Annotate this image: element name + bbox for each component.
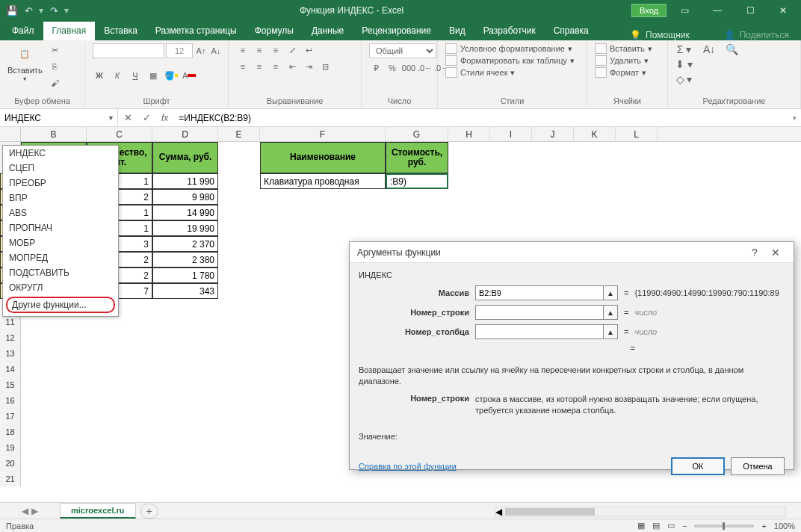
sort-filter-icon[interactable]: A↓ — [703, 43, 715, 55]
indent-dec-icon[interactable]: ⇤ — [285, 60, 299, 73]
collapse-icon[interactable]: ▲ — [603, 324, 618, 339]
function-list-item[interactable]: ПОДСТАВИТЬ — [3, 265, 118, 280]
align-top-icon[interactable]: ≡ — [236, 43, 250, 57]
column-header[interactable]: J — [532, 127, 574, 141]
share-button[interactable]: Поделиться — [740, 30, 789, 40]
close-icon[interactable]: ✕ — [768, 0, 798, 21]
tab-file[interactable]: Файл — [3, 22, 43, 40]
column-header[interactable]: F — [260, 127, 386, 141]
insert-cells-button[interactable]: Вставить ▾ — [595, 43, 652, 54]
fx-icon[interactable]: fx — [161, 113, 168, 123]
new-sheet-button[interactable]: + — [140, 504, 158, 519]
function-list-item[interactable]: ИНДЕКС — [3, 146, 118, 161]
paste-button[interactable]: 📋 Вставить ▼ — [7, 43, 43, 81]
function-list-item[interactable]: ПРОПНАЧ — [3, 220, 118, 235]
row-header[interactable]: 20 — [0, 456, 20, 471]
format-painter-icon[interactable]: 🖌 — [49, 76, 62, 90]
select-all-corner[interactable] — [0, 127, 21, 141]
row-header[interactable]: 11 — [0, 315, 20, 330]
ribbon-display-icon[interactable]: ▭ — [669, 0, 699, 21]
format-as-table-button[interactable]: Форматировать как таблицу ▾ — [445, 55, 575, 66]
column-header[interactable]: B — [21, 127, 87, 141]
function-list-item[interactable]: СЦЕП — [3, 161, 118, 176]
expand-formula-icon[interactable]: ▾ — [788, 109, 801, 126]
tell-me[interactable]: Помощник — [646, 30, 690, 40]
cell[interactable]: 9 980 — [152, 189, 218, 205]
cell[interactable]: 14 990 — [152, 205, 218, 220]
autosum-icon[interactable]: Σ ▾ — [677, 43, 692, 55]
cell[interactable]: 2 380 — [152, 252, 218, 267]
function-list-item[interactable]: МОБР — [3, 235, 118, 250]
align-center-icon[interactable]: ≡ — [253, 60, 266, 73]
row-header[interactable]: 19 — [0, 440, 20, 456]
minimize-icon[interactable]: — — [702, 0, 732, 21]
decrease-font-icon[interactable]: A↓ — [209, 44, 223, 58]
align-bottom-icon[interactable]: ≡ — [269, 43, 282, 57]
sheet-nav[interactable]: ◀ ▶ — [0, 506, 60, 516]
column-header[interactable]: G — [386, 127, 448, 141]
view-page-icon[interactable]: ▤ — [652, 521, 660, 531]
zoom-out-icon[interactable]: − — [682, 522, 687, 531]
ok-button[interactable]: ОК — [671, 457, 725, 475]
arg-row-input[interactable] — [475, 305, 604, 320]
italic-button[interactable]: К — [111, 69, 124, 82]
format-cells-button[interactable]: Формат ▾ — [595, 67, 652, 78]
row-header[interactable]: 15 — [0, 377, 20, 393]
column-header[interactable]: H — [448, 127, 490, 141]
increase-font-icon[interactable]: A↑ — [194, 44, 208, 58]
row-header[interactable]: 18 — [0, 424, 20, 440]
bold-button[interactable]: Ж — [93, 69, 106, 82]
cut-icon[interactable]: ✂ — [49, 43, 62, 57]
dialog-help-link[interactable]: Справка по этой функции — [359, 462, 457, 471]
arg-col-input[interactable] — [475, 324, 604, 339]
column-header[interactable]: K — [574, 127, 616, 141]
dialog-titlebar[interactable]: Аргументы функции ? ✕ — [350, 242, 794, 263]
qat-dropdown[interactable]: ▾ — [64, 5, 69, 16]
comma-icon[interactable]: 000 — [402, 61, 415, 75]
enter-formula-icon[interactable]: ✓ — [143, 112, 151, 123]
copy-icon[interactable]: ⎘ — [49, 60, 62, 73]
fill-icon[interactable]: ⬇ ▾ — [675, 58, 693, 70]
tab-insert[interactable]: Вставка — [95, 22, 146, 40]
merge-icon[interactable]: ⊟ — [318, 60, 332, 73]
align-right-icon[interactable]: ≡ — [269, 60, 282, 73]
row-header[interactable]: 16 — [0, 393, 20, 409]
font-name-input[interactable] — [93, 43, 164, 58]
cancel-button[interactable]: Отмена — [731, 457, 785, 475]
row-header[interactable]: 17 — [0, 409, 20, 424]
cell[interactable]: 2 370 — [152, 236, 218, 252]
column-header[interactable]: D — [152, 127, 218, 141]
cell[interactable]: Стоимость, руб. — [386, 142, 448, 173]
column-header[interactable]: C — [87, 127, 152, 141]
tab-formulas[interactable]: Формулы — [246, 22, 303, 40]
tab-home[interactable]: Главная — [43, 22, 96, 40]
delete-cells-button[interactable]: Удалить ▾ — [595, 55, 652, 66]
view-normal-icon[interactable]: ▦ — [637, 521, 645, 531]
row-header[interactable]: 12 — [0, 330, 20, 346]
cell[interactable]: 19 990 — [152, 220, 218, 236]
indent-inc-icon[interactable]: ⇥ — [302, 60, 315, 73]
tab-help[interactable]: Справка — [545, 22, 598, 40]
horizontal-scrollbar[interactable]: ◀ — [495, 507, 786, 517]
tab-view[interactable]: Вид — [440, 22, 474, 40]
align-middle-icon[interactable]: ≡ — [253, 43, 266, 57]
orientation-icon[interactable]: ⤢ — [285, 43, 299, 57]
function-list-item[interactable]: МОПРЕД — [3, 250, 118, 265]
cell[interactable]: Клавиатура проводная — [260, 173, 386, 189]
cell[interactable]: Сумма, руб. — [152, 142, 218, 173]
arg-array-input[interactable] — [475, 285, 604, 300]
function-list-item[interactable]: ОКРУГЛ — [3, 280, 118, 295]
active-cell[interactable]: :B9) — [386, 173, 448, 189]
collapse-icon[interactable]: ▲ — [603, 305, 618, 320]
cell[interactable]: 343 — [152, 283, 218, 299]
zoom-in-icon[interactable]: + — [761, 522, 766, 531]
dialog-help-icon[interactable]: ? — [744, 247, 765, 259]
underline-button[interactable]: Ч — [129, 69, 142, 82]
column-header[interactable]: E — [218, 127, 260, 141]
undo-icon[interactable]: ↶ — [22, 4, 34, 16]
formula-bar[interactable]: =ИНДЕКС(B2:B9) — [174, 109, 788, 126]
row-header[interactable]: 21 — [0, 471, 20, 486]
wrap-text-icon[interactable]: ↩ — [302, 43, 315, 57]
function-list-item[interactable]: ПРЕОБР — [3, 176, 118, 191]
view-break-icon[interactable]: ▭ — [667, 521, 675, 531]
